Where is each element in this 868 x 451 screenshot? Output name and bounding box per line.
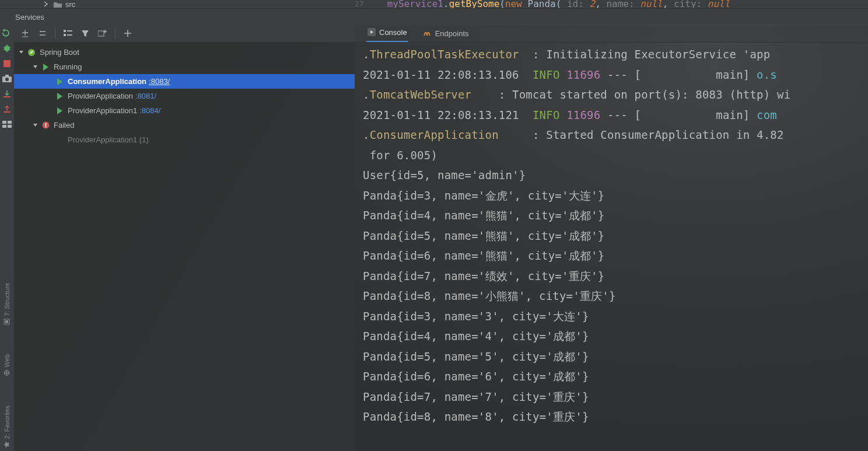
expand-all-button[interactable]	[19, 27, 32, 40]
tree-item-label: Spring Boot	[40, 48, 79, 57]
rerun-button[interactable]	[1, 27, 13, 40]
stop-button[interactable]	[1, 57, 13, 70]
svg-rect-21	[45, 123, 46, 126]
tree-item-label: ProviderApplication	[68, 92, 133, 100]
project-tree-frag: src	[0, 0, 355, 8]
services-tree-col: Spring BootRunningConsumerApplication:80…	[14, 25, 355, 451]
svg-rect-10	[8, 125, 12, 128]
tree-run-config[interactable]: ConsumerApplication:8083/	[14, 74, 355, 89]
services-side-toolbar: 7: Structure Web 2: Favorites	[0, 25, 14, 451]
svg-rect-6	[4, 111, 10, 113]
svg-rect-16	[67, 30, 72, 32]
editor-line-frag: 27 myService1.getBySome(new Panda( id: 2…	[355, 0, 868, 8]
add-config-button[interactable]	[96, 27, 109, 40]
gutter-line-number: 27	[355, 0, 364, 8]
svg-point-0	[4, 46, 10, 51]
tab-console-label: Console	[379, 28, 407, 37]
tree-item-port: :8084/	[139, 106, 160, 115]
console-output[interactable]: .ThreadPoolTaskExecutor : Initializing E…	[355, 42, 868, 451]
svg-rect-7	[2, 121, 6, 124]
play-icon	[55, 107, 64, 114]
tree-run-config[interactable]: ProviderApplication1 (1)	[14, 132, 355, 147]
svg-rect-8	[8, 121, 12, 124]
run-tabs: Console Endpoints	[355, 25, 868, 43]
snapshot-button[interactable]	[1, 72, 13, 85]
play-icon	[41, 64, 50, 71]
tab-endpoints[interactable]: Endpoints	[421, 25, 470, 42]
services-title: Services	[15, 13, 44, 22]
export-button[interactable]	[1, 88, 13, 100]
tree-item-label: Failed	[54, 121, 74, 130]
tree-item-label: ProviderApplication1	[68, 106, 137, 115]
folder-icon	[54, 1, 62, 8]
play-icon	[55, 93, 64, 100]
filter-button[interactable]	[79, 27, 92, 40]
svg-rect-1	[4, 60, 10, 67]
chevron-right-icon	[43, 1, 49, 7]
tree-item-port: :8081/	[135, 92, 156, 100]
endpoints-icon	[422, 29, 432, 37]
tree-item-label: Running	[54, 62, 82, 71]
svg-rect-22	[45, 127, 46, 128]
collapse-all-button[interactable]	[36, 27, 49, 40]
svg-rect-3	[5, 75, 9, 77]
spring-icon	[27, 48, 36, 57]
tree-item-port: :8083/	[149, 77, 170, 86]
layout-button[interactable]	[1, 118, 13, 131]
tab-endpoints-label: Endpoints	[435, 29, 469, 38]
svg-rect-17	[67, 34, 72, 36]
chevron-down-icon	[32, 123, 38, 128]
tree-item-label: ConsumerApplication	[68, 77, 146, 86]
svg-point-4	[5, 78, 9, 81]
error-icon	[41, 121, 50, 129]
add-button[interactable]	[121, 27, 134, 40]
tab-console[interactable]: Console	[366, 25, 408, 42]
toolwin-structure[interactable]: 7: Structure	[4, 283, 10, 325]
svg-rect-12	[6, 320, 9, 323]
tree-run-config[interactable]: ProviderApplication:8081/	[14, 89, 355, 103]
tree-root[interactable]: Spring Boot	[14, 45, 355, 60]
services-tree-toolbar	[14, 25, 355, 43]
tree-group[interactable]: Running	[14, 60, 355, 74]
debug-button[interactable]	[1, 42, 13, 55]
tree-group[interactable]: Failed	[14, 118, 355, 132]
chevron-down-icon	[32, 64, 38, 69]
services-tree[interactable]: Spring BootRunningConsumerApplication:80…	[14, 43, 355, 451]
svg-rect-5	[4, 96, 10, 97]
tree-run-config[interactable]: ProviderApplication1:8084/	[14, 103, 355, 118]
chevron-down-icon	[18, 50, 24, 55]
svg-rect-9	[2, 125, 6, 128]
toolwin-favorites[interactable]: 2: Favorites	[4, 405, 10, 447]
console-area: Console Endpoints .ThreadPoolTaskExecuto…	[355, 25, 868, 451]
svg-rect-15	[64, 34, 66, 36]
services-panel-header[interactable]: Services	[0, 8, 868, 26]
toolwin-web[interactable]: Web	[4, 354, 10, 376]
svg-rect-18	[98, 31, 104, 36]
svg-rect-14	[64, 30, 66, 32]
project-topbar: src 27 myService1.getBySome(new Panda( i…	[0, 0, 868, 8]
tree-item-label: ProviderApplication1 (1)	[68, 135, 149, 144]
import-button[interactable]	[1, 103, 13, 116]
play-icon	[55, 78, 64, 85]
group-by-button[interactable]	[61, 27, 74, 40]
folder-label: src	[65, 0, 75, 9]
run-icon	[368, 28, 376, 36]
